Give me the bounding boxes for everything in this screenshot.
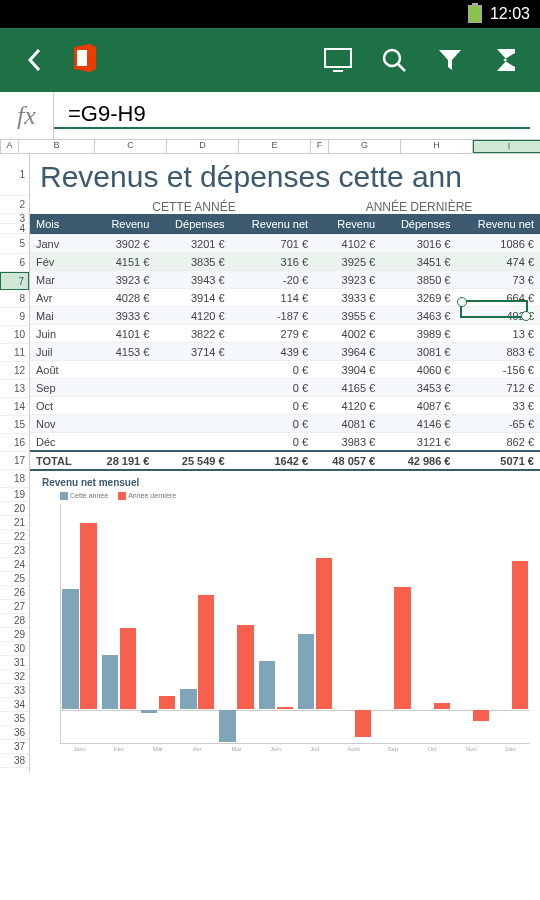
table-row[interactable]: Avr4028 €3914 €114 €3933 €3269 €664 € <box>30 289 540 307</box>
page-title: Revenus et dépenses cette ann <box>30 154 540 200</box>
android-status-bar: 12:03 <box>0 0 540 28</box>
back-button[interactable] <box>12 38 56 82</box>
table-row[interactable]: Août0 €3904 €4060 €-156 € <box>30 361 540 379</box>
column-headers: ABCDEFGHIJ <box>0 140 540 154</box>
search-icon[interactable] <box>372 38 416 82</box>
formula-bar: fx <box>0 92 540 140</box>
table-row[interactable]: Sep0 €4165 €3453 €712 € <box>30 379 540 397</box>
fx-icon[interactable]: fx <box>0 92 54 139</box>
display-icon[interactable] <box>316 38 360 82</box>
chart-title: Revenu net mensuel <box>30 471 540 492</box>
formula-input[interactable] <box>54 101 530 129</box>
table-row[interactable]: Juin4101 €3822 €279 €4002 €3989 €13 € <box>30 325 540 343</box>
office-logo-icon <box>68 41 102 79</box>
table-row[interactable]: Nov0 €4081 €4146 €-65 € <box>30 415 540 433</box>
svg-rect-1 <box>325 49 351 67</box>
battery-icon <box>468 5 482 23</box>
svg-rect-0 <box>77 50 87 66</box>
year-subtitles: CETTE ANNÉE ANNÉE DERNIÈRE <box>30 200 540 214</box>
app-toolbar <box>0 28 540 92</box>
sheet-content[interactable]: Revenus et dépenses cette ann CETTE ANNÉ… <box>30 154 540 772</box>
table-row[interactable]: Fév4151 €3835 €316 €3925 €3451 €474 € <box>30 253 540 271</box>
table-row[interactable]: Oct0 €4120 €4087 €33 € <box>30 397 540 415</box>
table-row[interactable]: Janv3902 €3201 €701 €4102 €3016 €1086 € <box>30 235 540 253</box>
table-row[interactable]: Déc0 €3983 €3121 €862 € <box>30 433 540 452</box>
svg-point-2 <box>384 50 400 66</box>
sum-icon[interactable] <box>484 38 528 82</box>
data-table[interactable]: MoisRevenuDépensesRevenu netRevenuDépens… <box>30 214 540 471</box>
table-row[interactable]: Mai3933 €4120 €-187 €3955 €3463 €492 € <box>30 307 540 325</box>
spreadsheet-grid[interactable]: ABCDEFGHIJ 12345678910111213141516171819… <box>0 140 540 900</box>
clock: 12:03 <box>490 5 530 23</box>
table-row[interactable]: Juil4153 €3714 €439 €3964 €3081 €883 € <box>30 343 540 361</box>
chart-legend: Cette année Année dernière <box>40 492 540 500</box>
chart: Cette année Année dernière 2004006008001… <box>40 492 540 772</box>
filter-icon[interactable] <box>428 38 472 82</box>
table-row[interactable]: Mar3923 €3943 €-20 €3923 €3850 €73 € <box>30 271 540 289</box>
row-numbers: 1234567891011121314151617181920212223242… <box>0 154 30 772</box>
